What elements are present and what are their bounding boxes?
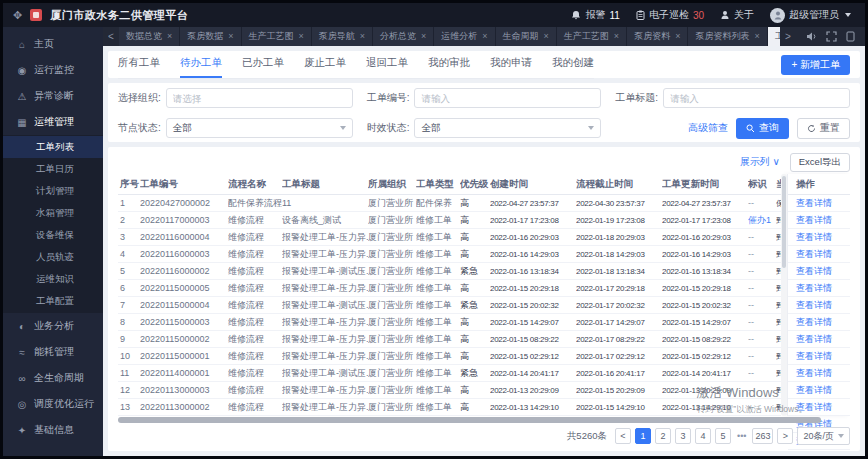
tab-生命周期[interactable]: 生命周期× [496, 27, 557, 46]
sidebar-item-label: 全生命周期 [34, 371, 84, 385]
tab-废止工单[interactable]: 废止工单 [304, 51, 346, 78]
sidebar-item-计划管理[interactable]: 计划管理 [3, 180, 103, 202]
horizontal-scrollbar[interactable] [118, 417, 850, 423]
horizontal-scrollbar-thumb[interactable] [118, 417, 821, 423]
tab-已办工单[interactable]: 已办工单 [242, 51, 284, 78]
sidebar-item-调度优化运行[interactable]: ◎调度优化运行 [3, 391, 103, 417]
tab-生产工艺图[interactable]: 生产工艺图× [242, 27, 312, 46]
age-status-select[interactable]: 全部 [414, 118, 601, 138]
reset-button[interactable]: 重置 [797, 118, 850, 139]
search-button[interactable]: 查询 [736, 118, 789, 139]
tab-退回工单[interactable]: 退回工单 [366, 51, 408, 78]
tab-工单列表[interactable]: 工单列表× [768, 27, 780, 46]
advanced-filter-link[interactable]: 高级筛查 [688, 121, 728, 135]
vertical-scrollbar-thumb[interactable] [782, 176, 786, 268]
sidebar-item-业务分析[interactable]: ◐业务分析 [3, 313, 103, 339]
view-detail-link[interactable]: 查看详情 [796, 231, 832, 244]
view-detail-link[interactable]: 查看详情 [796, 299, 832, 312]
tab-生产工艺图[interactable]: 生产工艺图× [557, 27, 627, 46]
tab-所有工单[interactable]: 所有工单 [118, 51, 160, 78]
close-icon[interactable]: × [675, 32, 680, 41]
sidebar-item-人员轨迹[interactable]: 人员轨迹 [3, 246, 103, 268]
tabs-scroll-left[interactable]: < [103, 27, 119, 46]
tab-运维分析[interactable]: 运维分析× [434, 27, 495, 46]
close-icon[interactable]: × [299, 32, 304, 41]
workorder-title-input[interactable] [663, 88, 850, 108]
fullscreen-icon[interactable] [826, 31, 837, 42]
tab-数据总览[interactable]: 数据总览× [119, 27, 180, 46]
tab-我的创建[interactable]: 我的创建 [552, 51, 594, 78]
last-page-button[interactable]: 263 [752, 428, 773, 444]
cell-mark[interactable]: 催办1 [748, 214, 776, 227]
tab-待办工单[interactable]: 待办工单 [180, 51, 222, 78]
show-columns-toggle[interactable]: 展示列 ∨ [740, 155, 780, 169]
sidebar-item-水箱管理[interactable]: 水箱管理 [3, 202, 103, 224]
sidebar-item-工单列表[interactable]: 工单列表 [3, 136, 103, 158]
page-button-5[interactable]: 5 [715, 428, 731, 444]
close-icon[interactable]: × [228, 32, 233, 41]
close-icon[interactable]: × [614, 32, 619, 41]
page-button-3[interactable]: 3 [675, 428, 691, 444]
sidebar-item-工单配置[interactable]: 工单配置 [3, 290, 103, 312]
alarm-indicator[interactable]: 报警 11 [571, 8, 619, 22]
page-button-1[interactable]: 1 [635, 428, 651, 444]
about-button[interactable]: 关于 [720, 8, 754, 22]
tab-泵房数据[interactable]: 泵房数据× [180, 27, 241, 46]
workorder-no-input[interactable] [414, 88, 601, 108]
sidebar-item-异常诊断[interactable]: ⚠异常诊断 [3, 83, 103, 109]
view-detail-link[interactable]: 查看详情 [796, 214, 832, 227]
close-icon[interactable]: × [754, 32, 759, 41]
view-detail-link[interactable]: 查看详情 [796, 333, 832, 346]
sidebar-item-基础信息[interactable]: ✦基础信息 [3, 417, 103, 443]
org-select-input[interactable] [166, 88, 353, 108]
view-detail-link[interactable]: 查看详情 [796, 316, 832, 329]
sidebar-item-主页[interactable]: ⌂主页 [3, 31, 103, 57]
page-button-4[interactable]: 4 [695, 428, 711, 444]
bookmark-icon[interactable] [846, 31, 855, 42]
sound-icon[interactable] [806, 31, 817, 42]
sidebar-item-全生命周期[interactable]: ∞全生命周期 [3, 365, 103, 391]
tab-泵房资料列表[interactable]: 泵房资料列表× [688, 27, 767, 46]
add-workorder-button[interactable]: + 新增工单 [781, 55, 850, 75]
move-icon[interactable]: ✥ [13, 10, 22, 21]
view-detail-link[interactable]: 查看详情 [796, 367, 832, 380]
tab-泵房资料[interactable]: 泵房资料× [627, 27, 688, 46]
cell-flow: 维修流程 [228, 333, 282, 346]
view-detail-link[interactable]: 查看详情 [796, 401, 832, 414]
table-row: 1220220113000003维修流程报警处理工单-压力异...厦门营业所维修… [118, 382, 781, 399]
sidebar-item-运维管理[interactable]: ▦运维管理 [3, 109, 103, 135]
close-icon[interactable]: × [482, 32, 487, 41]
next-page-button[interactable]: > [777, 428, 793, 444]
prev-page-button[interactable]: < [615, 428, 631, 444]
close-icon[interactable]: × [544, 32, 549, 41]
close-icon[interactable]: × [167, 32, 172, 41]
tab-分析总览[interactable]: 分析总览× [373, 27, 434, 46]
page-button-2[interactable]: 2 [655, 428, 671, 444]
tab-我的申请[interactable]: 我的申请 [490, 51, 532, 78]
reset-button-label: 重置 [820, 121, 840, 135]
sidebar-item-工单日历[interactable]: 工单日历 [3, 158, 103, 180]
excel-export-button[interactable]: Excel导出 [790, 153, 850, 172]
view-detail-link[interactable]: 查看详情 [796, 384, 832, 397]
tab-我的审批[interactable]: 我的审批 [428, 51, 470, 78]
view-detail-link[interactable]: 查看详情 [796, 282, 832, 295]
user-menu[interactable]: 超级管理员 [770, 8, 851, 23]
view-detail-link[interactable]: 查看详情 [796, 350, 832, 363]
view-detail-link[interactable]: 查看详情 [796, 248, 832, 261]
page-size-select[interactable]: 20条/页 [797, 427, 850, 445]
sidebar-item-运维知识[interactable]: 运维知识 [3, 268, 103, 290]
cell-idx: 2 [118, 215, 140, 225]
tabs-scroll-right[interactable]: > [780, 27, 796, 46]
cell-idx: 9 [118, 334, 140, 344]
view-detail-link[interactable]: 查看详情 [796, 265, 832, 278]
close-icon[interactable]: × [421, 32, 426, 41]
node-status-select[interactable]: 全部 [166, 118, 353, 138]
tab-泵房导航[interactable]: 泵房导航× [312, 27, 373, 46]
inspection-indicator[interactable]: 电子巡检 30 [636, 8, 704, 22]
vertical-scrollbar[interactable] [781, 174, 787, 416]
close-icon[interactable]: × [360, 32, 365, 41]
view-detail-link[interactable]: 查看详情 [796, 197, 832, 210]
sidebar-item-运行监控[interactable]: ◉运行监控 [3, 57, 103, 83]
sidebar-item-能耗管理[interactable]: ≈能耗管理 [3, 339, 103, 365]
sidebar-item-设备维保[interactable]: 设备维保 [3, 224, 103, 246]
